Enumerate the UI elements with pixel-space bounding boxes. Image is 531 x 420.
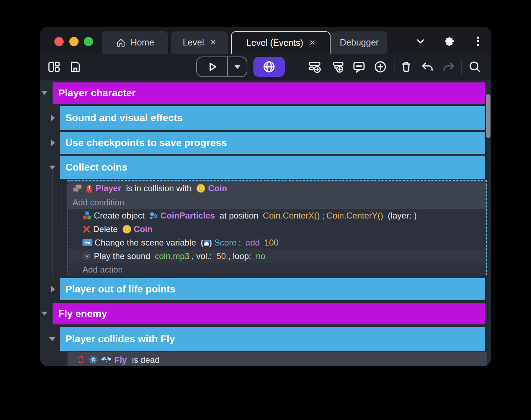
condition-text: is dead xyxy=(130,355,160,365)
condition-row[interactable]: Player is in collision with Coin xyxy=(68,181,486,196)
add-subevent-button[interactable] xyxy=(331,60,345,74)
add-something-button[interactable] xyxy=(373,60,387,74)
save-button[interactable] xyxy=(68,60,82,74)
selected-event[interactable]: Player is in collision with Coin Add con… xyxy=(68,180,487,275)
add-condition-label: Add condition xyxy=(73,198,124,208)
tabs-overflow-button[interactable] xyxy=(414,34,427,48)
action-row-delete[interactable]: Delete Coin xyxy=(68,222,486,236)
add-action-label: Add action xyxy=(82,265,123,275)
fold-caret[interactable] xyxy=(51,286,55,292)
group-label: Collect coins xyxy=(65,162,127,173)
variable-name: Score xyxy=(214,238,237,248)
action-row-create-object[interactable]: Create object CoinParticles at position … xyxy=(68,209,486,222)
fold-caret[interactable] xyxy=(41,312,48,316)
action-row-change-variable[interactable]: Var Change the scene variable {} Score :… xyxy=(68,236,486,249)
toggle-panels-button[interactable] xyxy=(47,60,61,74)
divider xyxy=(394,60,395,74)
event-group-player-character[interactable]: Player character xyxy=(53,82,485,104)
add-comment-icon xyxy=(352,60,366,74)
event-group-checkpoints[interactable]: Use checkpoints to save progress xyxy=(60,132,485,154)
action-row-play-sound[interactable]: Play the sound coin.mp3 , vol.: 50 , loo… xyxy=(68,249,486,263)
action-text: (layer: ) xyxy=(385,211,417,221)
expression: Coin.CenterX() xyxy=(263,211,320,221)
close-tab-icon[interactable]: × xyxy=(210,38,216,47)
chevron-down-icon xyxy=(414,35,427,47)
group-label: Use checkpoints to save progress xyxy=(65,137,227,149)
titlebar: Home Level × Level (Events) × Debugger xyxy=(40,27,491,54)
action-text: Delete xyxy=(93,224,120,234)
tab-label: Level xyxy=(183,37,204,48)
action-text: at position xyxy=(217,211,261,221)
play-options-caret-icon xyxy=(234,65,241,69)
delete-selection-button[interactable] xyxy=(399,60,413,74)
tab-label: Level (Events) xyxy=(246,38,303,48)
event-group-sound-effects[interactable]: Sound and visual effects xyxy=(60,106,485,130)
tab-level[interactable]: Level × xyxy=(171,31,228,54)
play-button-group xyxy=(196,56,247,77)
action-text: Change the scene variable xyxy=(95,238,198,248)
indent-guide xyxy=(44,105,44,303)
app-window: Home Level × Level (Events) × Debugger xyxy=(40,27,491,366)
save-icon xyxy=(69,60,82,74)
fold-caret[interactable] xyxy=(49,166,55,169)
close-tab-icon[interactable]: × xyxy=(310,38,315,48)
publish-button[interactable] xyxy=(253,57,285,77)
group-label: Player out of life points xyxy=(65,284,176,295)
search-icon xyxy=(468,60,482,74)
close-traffic-light[interactable] xyxy=(54,37,64,46)
tab-label: Debugger xyxy=(340,37,379,48)
add-subevent-icon xyxy=(331,60,345,74)
extensions-button[interactable] xyxy=(442,34,456,48)
add-comment-button[interactable] xyxy=(352,60,366,74)
trash-icon xyxy=(399,60,413,74)
object-name: Coin xyxy=(134,224,152,234)
fold-caret[interactable] xyxy=(51,115,55,121)
play-button[interactable] xyxy=(197,57,227,76)
vertical-scrollbar-thumb[interactable] xyxy=(486,94,490,138)
coin-object-icon xyxy=(196,184,205,193)
fold-caret[interactable] xyxy=(49,337,55,341)
create-object-icon xyxy=(82,211,92,220)
event-group-collect-coins[interactable]: Collect coins xyxy=(60,156,485,179)
operator-keyword: add xyxy=(246,238,262,248)
event-group-fly-enemy[interactable]: Fly enemy xyxy=(53,303,485,324)
search-button[interactable] xyxy=(468,60,482,74)
play-options-button[interactable] xyxy=(228,57,247,76)
undo-button[interactable] xyxy=(420,60,435,74)
object-name: Fly xyxy=(114,355,127,365)
tab-debugger[interactable]: Debugger xyxy=(331,31,387,54)
fold-caret[interactable] xyxy=(51,140,55,146)
flip-arrows-icon xyxy=(76,355,86,365)
add-event-icon xyxy=(307,60,322,74)
condition-row-fly-dead[interactable]: G Fly is dead xyxy=(68,352,487,366)
object-name: CoinParticles xyxy=(160,211,215,221)
svg-text:G: G xyxy=(92,357,95,362)
action-text: Play the sound xyxy=(94,251,152,261)
fly-object-icon xyxy=(101,356,112,364)
value: no xyxy=(256,251,266,261)
event-group-out-of-life[interactable]: Player out of life points xyxy=(60,278,485,300)
action-text: , vol.: xyxy=(192,251,214,261)
delete-x-icon xyxy=(82,225,91,233)
event-group-player-collides-fly[interactable]: Player collides with Fly xyxy=(60,327,485,351)
conditions-area: Player is in collision with Coin Add con… xyxy=(68,181,486,209)
value: 50 xyxy=(216,251,226,261)
events-sheet: Player character Sound and visual effect… xyxy=(40,80,491,366)
add-circle-icon xyxy=(373,60,387,74)
fold-caret[interactable] xyxy=(41,91,48,95)
zoom-traffic-light[interactable] xyxy=(84,37,93,46)
tab-home[interactable]: Home xyxy=(102,31,168,54)
minimize-traffic-light[interactable] xyxy=(69,37,79,46)
redo-icon xyxy=(442,60,455,74)
redo-button[interactable] xyxy=(441,60,456,74)
sound-icon xyxy=(82,252,92,261)
variable-icon: Var xyxy=(82,239,92,246)
tab-level-events[interactable]: Level (Events) × xyxy=(231,31,331,54)
window-menu-button[interactable] xyxy=(471,34,485,48)
object-name: Player xyxy=(96,183,121,193)
indent-guide xyxy=(61,182,61,227)
add-event-button[interactable] xyxy=(307,60,322,74)
add-action-button[interactable]: Add action xyxy=(68,263,486,276)
behavior-gear-icon: G xyxy=(88,355,98,365)
add-condition-button[interactable]: Add condition xyxy=(68,196,486,209)
